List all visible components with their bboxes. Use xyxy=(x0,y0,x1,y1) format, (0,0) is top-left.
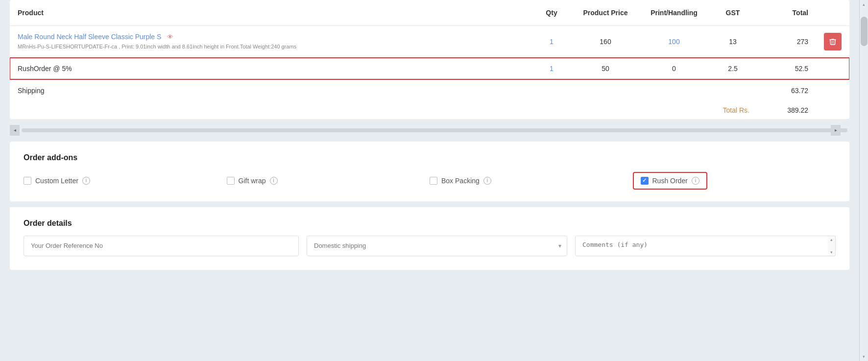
rush-order-info-icon[interactable]: i xyxy=(692,177,699,185)
rush-order-actions xyxy=(816,58,849,80)
custom-letter-checkbox[interactable] xyxy=(24,177,31,185)
order-ref-input[interactable] xyxy=(24,236,299,256)
shipping-actions xyxy=(816,79,849,101)
product-meta-1: MRnHs-Pu-S-LIFESHORTUPDATE-Fr-ca , Print… xyxy=(18,43,524,51)
right-scrollbar[interactable]: ▴ ▾ xyxy=(859,0,868,361)
custom-letter-label: Custom Letter xyxy=(35,177,78,185)
page-wrapper: Product Qty Product Price Print/Handling… xyxy=(0,0,868,361)
rush-order-qty: 1 xyxy=(532,58,571,80)
shipping-value-cell: 63.72 xyxy=(757,79,816,101)
scroll-down-arrow[interactable]: ▾ xyxy=(830,250,833,255)
custom-letter-info-icon[interactable]: i xyxy=(82,177,90,185)
comments-wrapper: ▴ ▾ xyxy=(575,236,836,258)
addon-rush-order: Rush Order i xyxy=(633,172,836,190)
shipping-label: Shipping xyxy=(18,87,45,95)
product-row-1: Male Round Neck Half Sleeve Classic Purp… xyxy=(10,26,849,58)
order-table: Product Qty Product Price Print/Handling… xyxy=(10,0,849,119)
main-content: Product Qty Product Price Print/Handling… xyxy=(0,0,859,361)
total-label-cell: Total Rs. xyxy=(708,101,757,119)
rush-order-handling: 0 xyxy=(640,58,708,80)
addons-row: Custom Letter i Gift wrap i Box Packing … xyxy=(24,172,836,190)
col-header-gst: GST xyxy=(708,0,757,26)
h-scroll-area: ◂ ▸ xyxy=(10,125,849,136)
gst-cell-1: 13 xyxy=(708,26,757,58)
order-details-row: Domestic shipping International shipping… xyxy=(24,236,836,258)
qty-cell-1: 1 xyxy=(532,26,571,58)
total-label: Total Rs. xyxy=(723,106,749,114)
shipping-label-cell: Shipping xyxy=(10,79,757,101)
product-name-1: Male Round Neck Half Sleeve Classic Purp… xyxy=(18,33,161,41)
rush-order-name: RushOrder @ 5% xyxy=(10,58,532,80)
box-packing-checkbox[interactable] xyxy=(430,177,437,185)
rush-order-label: Rush Order xyxy=(652,177,688,185)
comments-textarea[interactable] xyxy=(575,236,836,256)
handling-cell-1: 100 xyxy=(640,26,708,58)
total-spacer xyxy=(10,101,708,119)
shipping-row: Shipping 63.72 xyxy=(10,79,849,101)
total-actions xyxy=(816,101,849,119)
comments-scroll: ▴ ▾ xyxy=(828,236,836,256)
gift-wrap-label: Gift wrap xyxy=(239,177,266,185)
col-header-actions xyxy=(816,0,849,26)
h-scroll-left[interactable]: ◂ xyxy=(10,125,20,136)
order-details-section: Order details Domestic shipping Internat… xyxy=(10,207,849,270)
rush-order-gst: 2.5 xyxy=(708,58,757,80)
rush-order-total: 52.5 xyxy=(757,58,816,80)
total-row: Total Rs. 389.22 xyxy=(10,101,849,119)
box-packing-label: Box Packing xyxy=(441,177,480,185)
price-cell-1: 160 xyxy=(571,26,640,58)
addon-gift-wrap: Gift wrap i xyxy=(227,177,430,185)
col-header-product: Product xyxy=(10,0,532,26)
shipping-select[interactable]: Domestic shipping International shipping xyxy=(307,236,567,256)
addon-box-packing: Box Packing i xyxy=(430,177,633,185)
rush-order-price: 50 xyxy=(571,58,640,80)
rush-order-checkbox[interactable] xyxy=(641,177,649,185)
delete-button-1[interactable] xyxy=(824,33,842,50)
eye-icon[interactable]: 👁 xyxy=(167,33,173,41)
delete-cell-1 xyxy=(816,26,849,58)
total-cell-1: 273 xyxy=(757,26,816,58)
addon-custom-letter: Custom Letter i xyxy=(24,177,227,185)
rush-order-row: RushOrder @ 5% 1 50 0 2.5 52.5 xyxy=(10,58,849,80)
table-section: Product Qty Product Price Print/Handling… xyxy=(10,0,849,119)
rush-order-addon-wrapper: Rush Order i xyxy=(633,172,707,190)
scroll-thumb xyxy=(861,17,868,46)
scroll-up-arrow[interactable]: ▴ xyxy=(830,237,833,242)
shipping-select-wrapper: Domestic shipping International shipping… xyxy=(307,236,567,256)
product-cell-1: Male Round Neck Half Sleeve Classic Purp… xyxy=(10,26,532,58)
total-value: 389.22 xyxy=(787,106,808,114)
table-header-row: Product Qty Product Price Print/Handling… xyxy=(10,0,849,26)
addons-section: Order add-ons Custom Letter i Gift wrap … xyxy=(10,142,849,201)
addons-title: Order add-ons xyxy=(24,153,836,162)
h-scroll-track xyxy=(22,128,847,132)
h-scroll-right[interactable]: ▸ xyxy=(831,125,841,136)
gift-wrap-info-icon[interactable]: i xyxy=(270,177,278,185)
col-header-qty: Qty xyxy=(532,0,571,26)
col-header-handling: Print/Handling xyxy=(640,0,708,26)
box-packing-info-icon[interactable]: i xyxy=(483,177,491,185)
order-details-title: Order details xyxy=(24,219,836,228)
col-header-price: Product Price xyxy=(571,0,640,26)
gift-wrap-checkbox[interactable] xyxy=(227,177,235,185)
total-value-cell: 389.22 xyxy=(757,101,816,119)
col-header-total: Total xyxy=(757,0,816,26)
